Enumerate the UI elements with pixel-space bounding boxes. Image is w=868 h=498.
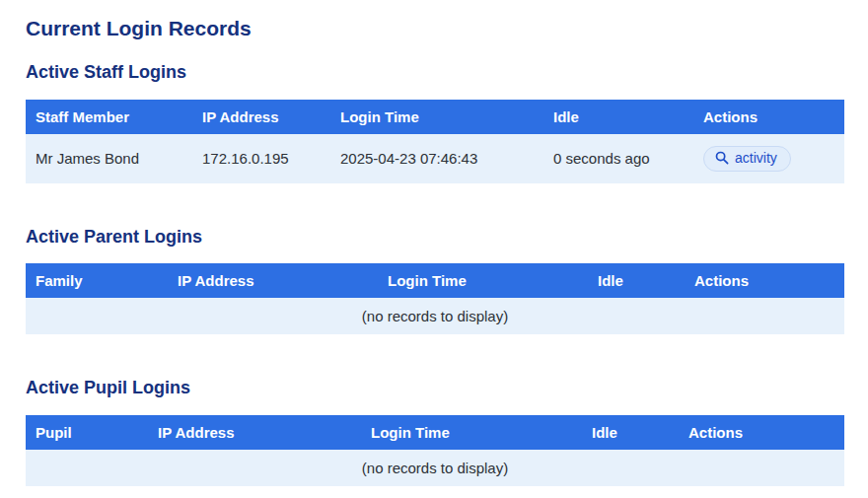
activity-button-label: activity <box>735 150 777 167</box>
empty-row: (no records to display) <box>26 298 844 334</box>
column-header-login-time: Login Time <box>378 263 588 298</box>
staff-member-cell: Mr James Bond <box>26 134 192 183</box>
column-header-staff-member: Staff Member <box>26 100 192 134</box>
column-header-actions: Actions <box>685 263 844 298</box>
idle-cell: 0 seconds ago <box>543 134 693 183</box>
parent-logins-table: Family IP Address Login Time Idle Action… <box>26 263 844 334</box>
no-records-message: (no records to display) <box>26 450 844 486</box>
column-header-login-time: Login Time <box>330 100 543 134</box>
section-heading-parent: Active Parent Logins <box>26 227 844 249</box>
section-heading-pupil: Active Pupil Logins <box>26 378 844 399</box>
column-header-idle: Idle <box>588 263 685 298</box>
column-header-actions: Actions <box>693 100 844 134</box>
column-header-ip-address: IP Address <box>148 415 361 450</box>
column-header-family: Family <box>26 263 168 298</box>
pupil-table-header-row: Pupil IP Address Login Time Idle Actions <box>26 415 844 450</box>
table-row: Mr James Bond 172.16.0.195 2025-04-23 07… <box>26 134 844 183</box>
activity-button[interactable]: activity <box>703 146 791 172</box>
column-header-ip-address: IP Address <box>192 100 330 134</box>
staff-logins-table: Staff Member IP Address Login Time Idle … <box>26 100 844 183</box>
column-header-actions: Actions <box>679 415 844 450</box>
actions-cell: activity <box>693 134 844 183</box>
column-header-ip-address: IP Address <box>168 263 378 298</box>
column-header-idle: Idle <box>543 100 693 134</box>
column-header-login-time: Login Time <box>361 415 582 450</box>
search-icon <box>715 151 729 165</box>
column-header-idle: Idle <box>582 415 679 450</box>
staff-table-header-row: Staff Member IP Address Login Time Idle … <box>26 100 844 134</box>
section-heading-staff: Active Staff Logins <box>26 62 844 84</box>
no-records-message: (no records to display) <box>26 298 844 334</box>
pupil-logins-table: Pupil IP Address Login Time Idle Actions… <box>26 415 844 486</box>
column-header-pupil: Pupil <box>26 415 148 450</box>
login-time-cell: 2025-04-23 07:46:43 <box>330 134 543 183</box>
empty-row: (no records to display) <box>26 450 844 486</box>
parent-table-header-row: Family IP Address Login Time Idle Action… <box>26 263 844 298</box>
page-title: Current Login Records <box>26 16 844 40</box>
ip-address-cell: 172.16.0.195 <box>192 134 330 183</box>
